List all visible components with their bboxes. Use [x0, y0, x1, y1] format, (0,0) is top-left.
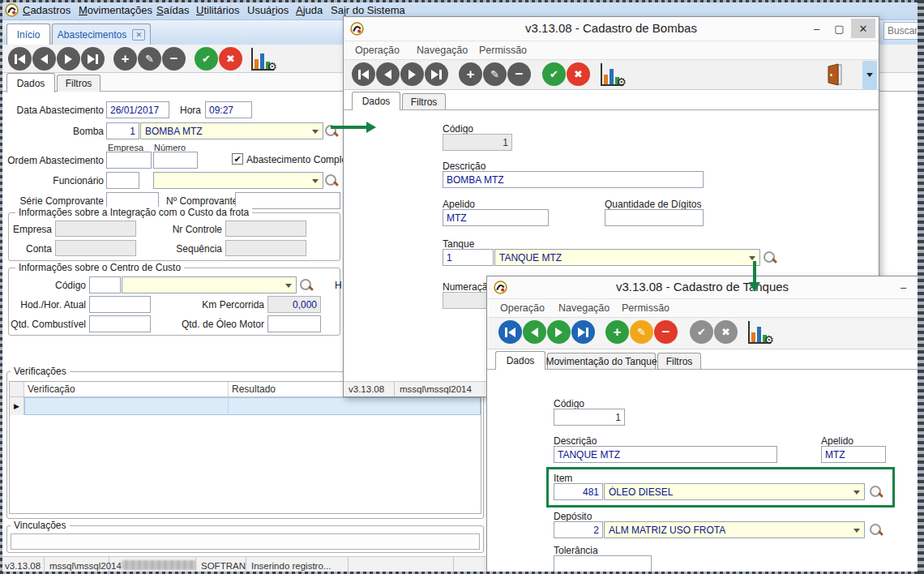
menu-sair[interactable]: Sair do Sistema: [331, 4, 405, 16]
chart-button[interactable]: ⚙: [601, 63, 623, 86]
nav-first-button[interactable]: [498, 320, 522, 344]
funcionario-combo[interactable]: [153, 172, 323, 189]
nav-prev-button[interactable]: [523, 320, 546, 344]
confirm-button[interactable]: ✔: [195, 47, 218, 71]
bombas-menu-permissao[interactable]: Permissão: [479, 45, 527, 56]
maximize-button[interactable]: ▢: [828, 19, 850, 38]
tanques-menu-permissao[interactable]: Permissão: [622, 302, 669, 314]
tanques-deposito-codigo-field[interactable]: 2: [554, 521, 603, 538]
tanques-deposito-combo[interactable]: ALM MATRIZ USO FROTA: [604, 521, 865, 538]
tanques-deposito-search-icon[interactable]: [870, 524, 883, 537]
tanques-tab-filtros[interactable]: Filtros: [657, 353, 701, 370]
tanques-apelido-field[interactable]: MTZ: [821, 446, 886, 463]
ordem-numero-field[interactable]: [153, 152, 198, 169]
data-abastecimento-field[interactable]: 26/01/2017: [106, 101, 169, 118]
menu-cadastros[interactable]: Cadastros: [23, 4, 71, 16]
cc-combo[interactable]: [122, 276, 297, 293]
edit-button[interactable]: ✎: [483, 62, 507, 86]
menu-utilitarios[interactable]: Utilitários: [196, 4, 239, 16]
grid-col-verificacao[interactable]: Verificação: [24, 382, 229, 396]
nav-last-button[interactable]: [571, 320, 595, 344]
nav-last-button[interactable]: [425, 62, 448, 86]
confirm-button[interactable]: ✔: [542, 62, 566, 86]
nav-first-button[interactable]: [8, 47, 32, 71]
add-button[interactable]: +: [113, 47, 137, 71]
bombas-tanque-codigo-field[interactable]: 1: [443, 249, 494, 266]
bombas-menu-operacao[interactable]: Operação: [355, 45, 400, 56]
funcionario-label: Funcionário: [6, 175, 104, 186]
add-button[interactable]: +: [605, 320, 629, 344]
vinculacoes-box[interactable]: [11, 533, 480, 550]
bombas-descricao-field[interactable]: BOMBA MTZ: [443, 171, 704, 188]
subtab-dados[interactable]: Dados: [6, 73, 55, 92]
cc-search-icon[interactable]: [300, 279, 313, 292]
tanques-tolerancia-field[interactable]: [554, 555, 652, 572]
bombas-qtd-digitos-field[interactable]: [605, 209, 704, 226]
cancel-button[interactable]: ✖: [567, 62, 590, 86]
delete-button[interactable]: −: [507, 62, 531, 86]
nav-next-button[interactable]: [57, 47, 80, 71]
bomba-codigo-field[interactable]: 1: [106, 122, 139, 139]
cancel-button[interactable]: ✖: [219, 47, 242, 71]
bomba-combo[interactable]: BOMBA MTZ: [140, 122, 323, 139]
bombas-tab-filtros[interactable]: Filtros: [402, 93, 446, 110]
edit-button[interactable]: ✎: [630, 320, 653, 344]
menu-ajuda[interactable]: Ajuda: [296, 4, 323, 16]
screenshot-border-left: [0, 0, 2, 574]
minimize-button[interactable]: –: [892, 277, 914, 297]
chart-button[interactable]: ⚙: [748, 321, 771, 344]
nav-next-button[interactable]: [400, 62, 424, 86]
confirm-button-disabled[interactable]: ✔: [690, 320, 713, 344]
qtd-combustivel-field[interactable]: [89, 315, 151, 332]
tab-abastecimentos[interactable]: Abastecimentos ✕: [52, 24, 151, 45]
close-button[interactable]: ✕: [851, 19, 875, 38]
add-button[interactable]: +: [459, 62, 482, 86]
menu-usuarios[interactable]: Usuários: [247, 4, 289, 16]
hod-atual-field[interactable]: [89, 296, 151, 313]
chevron-down-icon: [285, 284, 292, 288]
bombas-menu-navegacao[interactable]: Navegação: [417, 45, 468, 56]
minimize-button[interactable]: –: [806, 19, 828, 38]
cancel-button-disabled[interactable]: ✖: [714, 320, 738, 344]
bombas-apelido-field[interactable]: MTZ: [443, 209, 549, 226]
nav-first-button[interactable]: [352, 62, 375, 86]
row-cell-resultado[interactable]: [229, 397, 481, 415]
tanques-tab-movimentacao[interactable]: Movimentação do Tanque: [547, 353, 656, 370]
tanques-descricao-field[interactable]: TANQUE MTZ: [554, 446, 777, 463]
delete-button[interactable]: −: [654, 320, 678, 344]
ordem-empresa-field[interactable]: [106, 152, 152, 169]
tanques-tabline: [487, 369, 918, 370]
tanques-tab-dados[interactable]: Dados: [495, 351, 545, 370]
cc-codigo-field[interactable]: [89, 276, 121, 293]
bombas-tanque-combo[interactable]: TANQUE MTZ: [494, 249, 760, 266]
menu-movimentacoes[interactable]: Movimentações: [79, 4, 152, 16]
menu-saidas[interactable]: Saídas: [156, 4, 189, 16]
tanques-menu-navegacao[interactable]: Navegação: [558, 302, 610, 314]
tanques-codigo-field[interactable]: 1: [554, 409, 625, 426]
qtd-oleo-field[interactable]: [267, 315, 321, 332]
nav-prev-button[interactable]: [376, 62, 400, 86]
bombas-tab-dados[interactable]: Dados: [352, 92, 400, 110]
subtab-filtros[interactable]: Filtros: [57, 75, 101, 92]
tab-inicio[interactable]: Início: [6, 24, 50, 45]
abastecimento-completo-checkbox[interactable]: ✔: [232, 153, 243, 165]
row-marker-icon: ▶: [14, 402, 19, 410]
integracao-group-title: Informações sobre a Integração com o Cus…: [15, 207, 252, 218]
nav-next-button[interactable]: [547, 320, 571, 344]
edit-button[interactable]: ✎: [138, 47, 161, 71]
grid-selected-row[interactable]: ▶: [10, 397, 481, 415]
hora-field[interactable]: 09:27: [205, 101, 252, 118]
tanques-menu-operacao[interactable]: Operação: [500, 302, 545, 314]
toolbar-overflow-button[interactable]: [862, 61, 877, 89]
delete-button[interactable]: −: [162, 47, 186, 71]
chart-button[interactable]: ⚙: [251, 48, 274, 71]
row-cell-verificacao[interactable]: [24, 397, 229, 415]
exit-door-icon[interactable]: [826, 63, 845, 86]
funcionario-codigo-field[interactable]: [106, 172, 139, 189]
nav-prev-button[interactable]: [32, 47, 56, 71]
bombas-tanque-search-icon[interactable]: [764, 251, 776, 264]
close-tab-icon[interactable]: ✕: [132, 29, 145, 41]
nav-last-button[interactable]: [81, 47, 105, 71]
funcionario-search-icon[interactable]: [325, 174, 338, 187]
search-input[interactable]: [883, 22, 921, 40]
